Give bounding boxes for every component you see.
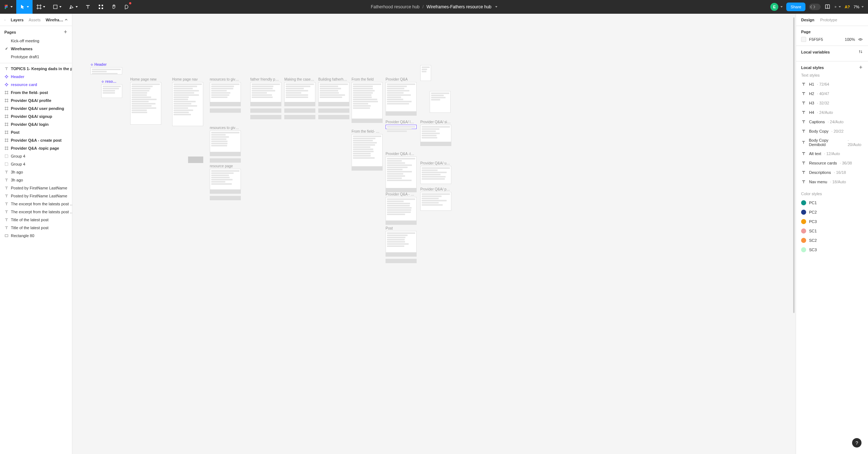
- color-style-item[interactable]: PC1: [801, 198, 863, 207]
- canvas-frame[interactable]: Building fatherh…: [318, 77, 349, 103]
- layer-item[interactable]: TOPICS 1- Keeping dads in the pr…: [0, 65, 72, 73]
- canvas-strip[interactable]: [386, 220, 417, 225]
- canvas-frame[interactable]: [430, 91, 451, 113]
- tab-design[interactable]: Design: [801, 18, 814, 22]
- tab-layers[interactable]: Layers: [11, 18, 24, 22]
- canvas-strip[interactable]: [210, 196, 241, 200]
- canvas-frame[interactable]: Provider Q&A: [386, 77, 417, 112]
- variables-settings-button[interactable]: [859, 50, 863, 55]
- layer-item[interactable]: Header: [0, 73, 72, 81]
- search-icon[interactable]: [4, 17, 6, 22]
- layer-item[interactable]: 3h ago: [0, 168, 72, 176]
- missing-fonts-badge[interactable]: A?: [844, 5, 850, 9]
- add-page-button[interactable]: [63, 30, 68, 35]
- help-button[interactable]: ?: [852, 438, 861, 447]
- canvas-frame[interactable]: Making the case…: [284, 77, 315, 103]
- layer-item[interactable]: Rectangle 80: [0, 232, 72, 240]
- canvas-frame[interactable]: father friendly p…: [250, 77, 281, 103]
- page-item[interactable]: Wireframes: [0, 45, 72, 53]
- canvas-component[interactable]: Header: [90, 63, 122, 74]
- canvas-strip[interactable]: [250, 102, 281, 106]
- canvas-frame[interactable]: From the field- …: [352, 129, 383, 167]
- figma-menu-button[interactable]: [0, 0, 16, 14]
- layer-item[interactable]: Provider Q&A/ profile: [0, 97, 72, 104]
- page-item[interactable]: Kick-off meeting: [0, 37, 72, 45]
- layer-item[interactable]: resource card: [0, 81, 72, 89]
- text-tool-button[interactable]: [81, 0, 94, 14]
- text-style-item[interactable]: Alt text · 12/Auto: [801, 149, 863, 158]
- visibility-toggle[interactable]: [858, 37, 863, 42]
- canvas-frame[interactable]: Provider Q&A/ u…: [420, 161, 451, 184]
- canvas-strip[interactable]: [210, 189, 241, 194]
- zoom-control[interactable]: 7%: [854, 5, 864, 9]
- canvas-strip[interactable]: [386, 111, 417, 116]
- canvas-strip[interactable]: [250, 108, 281, 113]
- layer-item[interactable]: From the field- post: [0, 89, 72, 97]
- dev-mode-toggle[interactable]: [809, 4, 821, 10]
- tab-prototype[interactable]: Prototype: [820, 18, 837, 22]
- canvas-strip[interactable]: [386, 252, 417, 257]
- canvas-strip[interactable]: [420, 142, 451, 146]
- canvas-frame[interactable]: Home page nav: [172, 77, 203, 126]
- layer-item[interactable]: Post: [0, 128, 72, 136]
- text-style-item[interactable]: Nav menu · 18/Auto: [801, 177, 863, 187]
- canvas-strip[interactable]: [284, 115, 315, 119]
- text-style-item[interactable]: H4 · 24/Auto: [801, 108, 863, 117]
- canvas-frame[interactable]: resource page: [210, 164, 241, 190]
- hand-tool-button[interactable]: [107, 0, 120, 14]
- move-tool-button[interactable]: [16, 0, 33, 14]
- frame-tool-button[interactable]: [33, 0, 49, 14]
- canvas-strip[interactable]: [284, 102, 315, 106]
- color-style-item[interactable]: PC3: [801, 217, 863, 226]
- breadcrumb-current[interactable]: Wireframes-Fathers resource hub: [426, 4, 491, 9]
- canvas-frame[interactable]: Post: [386, 226, 417, 253]
- layer-item[interactable]: Group 4: [0, 152, 72, 160]
- layer-item[interactable]: The excerpt from the latests post …: [0, 200, 72, 208]
- share-button[interactable]: Share: [786, 3, 805, 11]
- canvas-strip[interactable]: [352, 166, 383, 171]
- canvas-strip[interactable]: [210, 102, 241, 106]
- layer-item[interactable]: Provider Q&A - create post: [0, 136, 72, 144]
- color-style-item[interactable]: SC1: [801, 226, 863, 236]
- canvas-frame[interactable]: Provider Q&A/ l…: [386, 120, 417, 129]
- canvas-frame[interactable]: resources to giv…: [210, 77, 241, 103]
- text-style-item[interactable]: H1 · 72/64: [801, 80, 863, 89]
- canvas-strip[interactable]: [386, 188, 417, 192]
- canvas-strip[interactable]: [284, 108, 315, 113]
- canvas-strip[interactable]: [210, 152, 241, 156]
- pen-tool-button[interactable]: [65, 0, 81, 14]
- canvas-scrollbar[interactable]: [793, 17, 795, 440]
- canvas-strip[interactable]: [210, 108, 241, 113]
- canvas-strip[interactable]: [318, 115, 349, 119]
- canvas[interactable]: Headerreso…Home page newHome page navres…: [72, 14, 796, 454]
- layer-item[interactable]: Posted by FirstName LastName: [0, 184, 72, 192]
- canvas-frame[interactable]: Provider Q&A -t…: [386, 152, 417, 189]
- comment-tool-button[interactable]: [120, 0, 133, 14]
- layer-item[interactable]: Provider Q&A -topic page: [0, 144, 72, 152]
- canvas-frame[interactable]: Provider Q&A/ p…: [420, 187, 451, 211]
- breadcrumb-parent[interactable]: Fatherhood resource hub: [371, 4, 420, 9]
- user-menu[interactable]: E: [770, 3, 783, 11]
- text-style-item[interactable]: H3 · 32/32: [801, 98, 863, 108]
- canvas-frame[interactable]: Provider Q&A - …: [386, 192, 417, 222]
- layer-item[interactable]: The excerpt from the latests post …: [0, 208, 72, 216]
- canvas-strip[interactable]: [352, 119, 383, 123]
- canvas-strip[interactable]: [210, 158, 241, 163]
- canvas-strip[interactable]: [250, 115, 281, 119]
- color-style-item[interactable]: SC3: [801, 245, 863, 254]
- canvas-frame[interactable]: resources to giv…: [210, 126, 241, 153]
- layer-item[interactable]: Title of the latest post: [0, 224, 72, 232]
- page-selector[interactable]: Wirefra…: [46, 18, 68, 22]
- chevron-down-icon[interactable]: [495, 6, 497, 8]
- page-bg-hex[interactable]: F5F5F5: [809, 37, 842, 42]
- layer-item[interactable]: Provider Q&A/ login: [0, 120, 72, 128]
- layer-item[interactable]: 3h ago: [0, 176, 72, 184]
- color-swatch[interactable]: [801, 37, 806, 42]
- color-style-item[interactable]: PC2: [801, 207, 863, 217]
- library-button[interactable]: [824, 4, 831, 10]
- layer-item[interactable]: Provider Q&A/ signup: [0, 112, 72, 120]
- text-style-item[interactable]: H2 · 40/47: [801, 89, 863, 98]
- canvas-rectangle[interactable]: [188, 157, 203, 163]
- canvas-strip[interactable]: [318, 102, 349, 106]
- present-button[interactable]: [834, 4, 841, 10]
